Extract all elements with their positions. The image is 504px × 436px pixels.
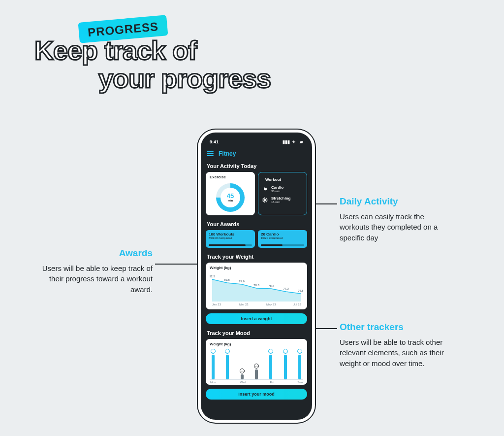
mood-x-axis: Mon Wed Fri Sun: [210, 380, 303, 384]
x-tick: Sun: [297, 381, 303, 384]
callout-body: Users can easily track the workouts they…: [340, 211, 453, 243]
award-card[interactable]: 100 Workouts 85/100 completed: [206, 230, 255, 248]
svg-text:78.2: 78.2: [268, 284, 274, 287]
svg-text:Jul 23: Jul 23: [293, 303, 302, 306]
happy-face-icon: ‿: [211, 349, 216, 354]
sad-face-icon: ︵: [240, 369, 245, 373]
section-title-awards: Your Awards: [207, 221, 306, 227]
x-tick: Wed: [240, 381, 246, 384]
callout-title: Awards: [39, 246, 153, 260]
workout-name: Cardio: [271, 185, 284, 190]
svg-text:Mar 23: Mar 23: [239, 303, 249, 306]
mood-bar: [241, 374, 244, 379]
section-title-activity: Your Activity Today: [207, 163, 306, 169]
insert-weight-button[interactable]: Insert a weight: [206, 313, 307, 324]
callout-body: Users will be able to track other releva…: [340, 337, 453, 369]
callout-awards: Awards Users will be able to keep track …: [39, 246, 153, 295]
x-tick: Fri: [270, 381, 274, 384]
svg-text:76.8: 76.8: [298, 289, 303, 292]
happy-face-icon: ‿: [225, 349, 230, 354]
menu-icon[interactable]: [207, 151, 214, 156]
progress-ring: 45 min: [216, 183, 245, 212]
section-title-weight: Track your Weight: [207, 254, 306, 260]
mood-bar: [255, 369, 258, 379]
x-tick: Mon: [210, 381, 216, 384]
svg-text:78.3: 78.3: [253, 284, 259, 287]
mood-bar-col: ︵: [254, 364, 259, 379]
status-bar: 9:41 ▮▮▮ ᯤ ▰: [206, 139, 307, 144]
mood-bar-col: ‿: [211, 349, 216, 379]
callout-daily-activity: Daily Activity Users can easily track th…: [340, 195, 453, 243]
mood-bar: [298, 355, 301, 379]
status-time: 9:41: [210, 139, 219, 144]
section-title-mood: Track your Mood: [207, 330, 306, 336]
mood-chart-card[interactable]: Weight (kg) ‿‿︵︵‿‿‿ Mon Wed Fri Sun: [206, 339, 307, 385]
card-title: Exercise: [206, 172, 255, 179]
mood-bar: [269, 355, 272, 379]
mood-bar-col: ‿: [225, 349, 230, 379]
svg-text:80.5: 80.5: [224, 278, 230, 281]
exercise-card[interactable]: Exercise 45 min: [206, 172, 255, 215]
weight-chart-card[interactable]: Weight (kg) 82.3 80.5 79.6 78.3 78.2 77.…: [206, 263, 307, 309]
callout-other-trackers: Other trackers Users will be able to tra…: [340, 320, 453, 369]
mood-bar-col: ‿: [297, 349, 302, 379]
snowflake-icon: [261, 197, 268, 203]
callout-body: Users will be able to keep track of thei…: [39, 263, 153, 295]
mood-bar: [212, 355, 215, 379]
callout-title: Other trackers: [340, 320, 453, 334]
happy-face-icon: ‿: [297, 349, 302, 354]
happy-face-icon: ‿: [283, 349, 288, 354]
workout-item: Stretching 15 min: [261, 196, 307, 203]
callout-title: Daily Activity: [340, 195, 453, 208]
card-title: Workout: [261, 174, 307, 182]
award-progress-bar: [209, 244, 252, 246]
svg-text:79.6: 79.6: [239, 280, 245, 283]
workout-duration: 15 min: [271, 201, 291, 203]
workout-name: Stretching: [271, 196, 291, 201]
happy-face-icon: ‿: [268, 349, 273, 354]
flame-icon: [261, 186, 268, 193]
mood-bar: [284, 355, 287, 379]
mood-bar-col: ‿: [268, 349, 273, 379]
title-line-2: your progress: [34, 65, 271, 93]
phone-screen: 9:41 ▮▮▮ ᯤ ▰ Fitney Your Activity Today …: [201, 133, 312, 420]
svg-text:77.2: 77.2: [283, 287, 289, 290]
exercise-unit: min: [228, 199, 233, 202]
page-title: Keep track of your progress: [34, 36, 271, 92]
phone-frame: 9:41 ▮▮▮ ᯤ ▰ Fitney Your Activity Today …: [198, 130, 315, 423]
insert-mood-button[interactable]: Insert your mood: [206, 389, 307, 400]
mood-bar-col: ‿: [283, 349, 288, 379]
mood-bar-col: ︵: [240, 369, 245, 379]
sad-face-icon: ︵: [254, 364, 259, 369]
status-icons: ▮▮▮ ᯤ ▰: [281, 139, 303, 144]
workout-item: Cardio 30 min: [261, 185, 307, 193]
chart-title: Weight (kg): [210, 342, 303, 346]
connector-line: [155, 264, 198, 265]
chart-title: Weight (kg): [210, 266, 303, 270]
award-card[interactable]: 20 Cardio 10/20 completed: [258, 230, 307, 248]
exercise-minutes: 45: [227, 193, 234, 199]
battery-icon: ▰: [300, 139, 303, 144]
svg-text:May 23: May 23: [266, 303, 276, 306]
award-progress-text: 85/100 completed: [209, 236, 252, 239]
award-title: 20 Cardio: [261, 232, 304, 236]
award-progress-bar: [261, 244, 304, 246]
mood-chart: ‿‿︵︵‿‿‿: [210, 348, 303, 380]
mood-bar: [226, 355, 229, 379]
weight-chart: 82.3 80.5 79.6 78.3 78.2 77.2 76.8 Jan 2…: [210, 272, 303, 306]
workout-card[interactable]: Workout Cardio 30 min Stretching 15 min: [258, 172, 307, 215]
award-title: 100 Workouts: [209, 232, 252, 236]
svg-text:82.3: 82.3: [210, 275, 215, 278]
award-progress-text: 10/20 completed: [261, 236, 304, 239]
svg-text:Jan 23: Jan 23: [212, 303, 221, 306]
wifi-icon: ᯤ: [292, 139, 297, 144]
workout-duration: 30 min: [271, 190, 284, 193]
app-brand: Fitney: [219, 150, 236, 157]
signal-icon: ▮▮▮: [283, 139, 290, 144]
